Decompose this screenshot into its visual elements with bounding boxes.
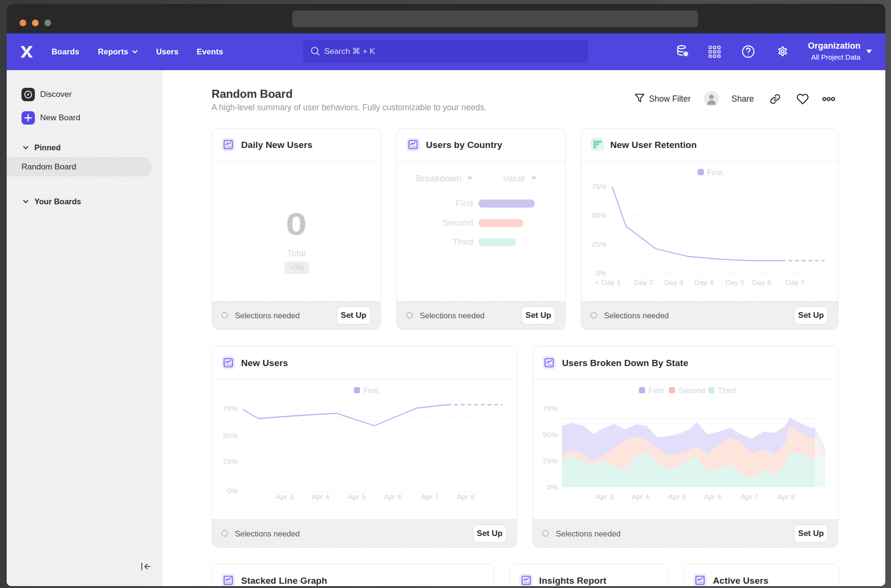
svg-text:0%: 0% xyxy=(227,487,238,495)
svg-text:Apr 6: Apr 6 xyxy=(384,493,402,501)
svg-text:First: First xyxy=(707,168,722,177)
svg-text:Day 5: Day 5 xyxy=(725,278,745,286)
svg-text:Apr 5: Apr 5 xyxy=(348,493,365,501)
svg-text:Apr 8: Apr 8 xyxy=(777,493,795,501)
svg-text:Day 7: Day 7 xyxy=(785,278,805,286)
svg-text:Day 2: Day 2 xyxy=(634,278,654,286)
svg-text:Third: Third xyxy=(718,386,736,395)
svg-text:Apr 3: Apr 3 xyxy=(276,493,293,501)
svg-text:Day 3: Day 3 xyxy=(664,278,684,286)
svg-text:25%: 25% xyxy=(223,457,238,465)
svg-text:Apr 6: Apr 6 xyxy=(704,493,721,501)
svg-text:0%: 0% xyxy=(547,483,558,491)
svg-text:75%: 75% xyxy=(592,182,606,190)
svg-text:< Day 1: < Day 1 xyxy=(595,278,621,286)
svg-text:Day 6: Day 6 xyxy=(752,278,772,286)
svg-text:50%: 50% xyxy=(223,431,238,440)
svg-text:50%: 50% xyxy=(592,211,606,219)
svg-text:75%: 75% xyxy=(543,404,558,412)
svg-text:25%: 25% xyxy=(543,457,558,465)
svg-text:Apr 4: Apr 4 xyxy=(631,493,649,501)
svg-text:Apr 4: Apr 4 xyxy=(311,493,329,501)
svg-text:Apr 5: Apr 5 xyxy=(668,493,686,501)
svg-text:50%: 50% xyxy=(543,430,558,439)
svg-text:Apr 8: Apr 8 xyxy=(456,493,474,501)
svg-text:Apr 7: Apr 7 xyxy=(741,493,758,501)
svg-text:75%: 75% xyxy=(223,404,238,412)
svg-text:0%: 0% xyxy=(596,269,607,277)
svg-text:Day 4: Day 4 xyxy=(694,278,714,286)
svg-text:Apr 7: Apr 7 xyxy=(421,493,438,501)
svg-text:Apr 3: Apr 3 xyxy=(595,493,613,501)
svg-text:First: First xyxy=(363,386,379,395)
svg-text:First: First xyxy=(648,386,664,395)
svg-text:Second: Second xyxy=(679,386,705,395)
svg-text:25%: 25% xyxy=(592,240,606,248)
